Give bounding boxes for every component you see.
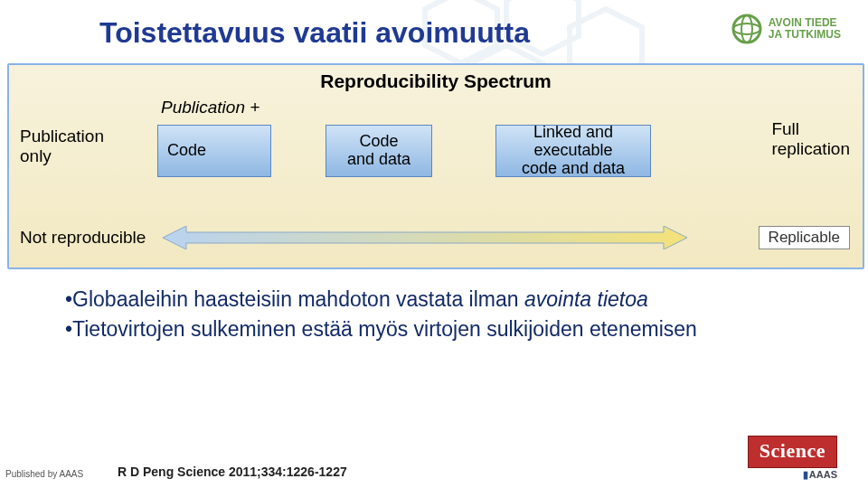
citation-text: R D Peng Science 2011;334:1226-1227 xyxy=(118,465,347,479)
stage-code: Code xyxy=(157,125,271,177)
stage-linked-executable: Linked andexecutablecode and data xyxy=(495,125,651,177)
publication-plus-label: Publication + xyxy=(161,98,259,117)
svg-marker-7 xyxy=(163,226,687,249)
globe-icon xyxy=(731,13,763,45)
spectrum-heading: Reproducibility Spectrum xyxy=(9,70,863,92)
bullet-list: •Globaaleihin haasteisiin mahdoton vasta… xyxy=(65,287,814,347)
science-journal-logo: Science xyxy=(748,436,837,468)
spectrum-arrow xyxy=(163,226,687,249)
bullet-1: •Globaaleihin haasteisiin mahdoton vasta… xyxy=(65,287,814,312)
slide-title: Toistettavuus vaatii avoimuutta xyxy=(99,16,530,50)
svg-point-4 xyxy=(733,15,760,42)
published-by-label: Published by AAAS xyxy=(5,469,83,479)
not-reproducible-label: Not reproducible xyxy=(20,228,146,248)
replicable-label-box: Replicable xyxy=(759,226,850,249)
stage-code-and-data: Codeand data xyxy=(326,125,432,177)
publication-only-label: Publicationonly xyxy=(20,127,104,166)
reproducibility-spectrum-figure: Reproducibility Spectrum Publication + P… xyxy=(7,63,864,269)
svg-point-6 xyxy=(741,15,752,42)
svg-point-5 xyxy=(733,23,760,34)
logo-line2: JA TUTKIMUS xyxy=(769,29,841,41)
full-replication-label: Fullreplication xyxy=(771,119,850,159)
bullet-2: •Tietovirtojen sulkeminen estää myös vir… xyxy=(65,317,814,342)
aaas-logo: ▮AAAS xyxy=(803,469,837,481)
avoin-tiede-logo: AVOIN TIEDE JA TUTKIMUS xyxy=(731,13,841,45)
